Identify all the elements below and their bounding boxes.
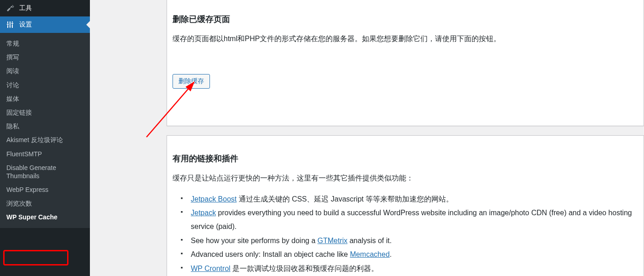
menu-item-tools[interactable]: 工具	[0, 0, 90, 16]
list-item: See how your site performs by doing a GT…	[191, 234, 638, 248]
list-item: Advanced users only: Install an object c…	[191, 248, 638, 261]
menu-item-label: 工具	[19, 4, 32, 12]
submenu-item-discussion[interactable]: 讨论	[0, 78, 90, 92]
list-item: Jetpack provides everything you need to …	[191, 206, 638, 234]
card-delete-cache: 删除已缓存页面 缓存的页面都以html和PHP文件的形式存储在您的服务器。如果您…	[167, 0, 644, 126]
submenu-item-writing[interactable]: 撰写	[0, 50, 90, 64]
menu-item-label: 设置	[19, 21, 32, 29]
submenu-item-general[interactable]: 常规	[0, 37, 90, 50]
list-item-text: .	[390, 250, 392, 258]
settings-submenu: 常规 撰写 阅读 讨论 媒体 固定链接 隐私 Akismet 反垃圾评论 Flu…	[0, 33, 90, 228]
section-desc-useful-links: 缓存只是让站点运行更快的一种方法，这里有一些其它插件提供类似功能：	[173, 172, 638, 184]
list-item: Jetpack Boost 通过生成关键的 CSS、延迟 Javascript …	[191, 192, 638, 206]
section-title-delete-cache: 删除已缓存页面	[173, 14, 638, 25]
link-jetpack-boost[interactable]: Jetpack Boost	[191, 195, 237, 203]
submenu-item-pageviews[interactable]: 浏览次数	[0, 196, 90, 210]
link-wp-crontrol[interactable]: WP Crontrol	[191, 265, 230, 272]
submenu-item-media[interactable]: 媒体	[0, 92, 90, 106]
submenu-item-reading[interactable]: 阅读	[0, 64, 90, 78]
list-item-text: 是一款调试垃圾回收器和预缓存问题的利器。	[230, 265, 378, 272]
card-useful-links: 有用的链接和插件 缓存只是让站点运行更快的一种方法，这里有一些其它插件提供类似功…	[167, 135, 644, 276]
link-gtmetrix[interactable]: GTMetrix	[317, 237, 347, 244]
submenu-item-fluentsmtp[interactable]: FluentSMTP	[0, 147, 90, 161]
submenu-item-disable-thumbnails[interactable]: Disable Generate Thumbnails	[0, 161, 90, 183]
delete-cache-button[interactable]: 删除缓存	[173, 74, 210, 89]
list-item-text: See how your site performs by doing a	[191, 237, 317, 244]
menu-item-settings[interactable]: 设置	[0, 16, 90, 33]
list-item-text: 通过生成关键的 CSS、延迟 Javascript 等等来帮助加速您的网站。	[237, 195, 454, 203]
list-item-text: provides everything you need to build a …	[191, 209, 632, 230]
sliders-icon	[5, 20, 15, 29]
submenu-item-permalinks[interactable]: 固定链接	[0, 106, 90, 119]
list-item: WP Crontrol 是一款调试垃圾回收器和预缓存问题的利器。	[191, 262, 638, 276]
list-item-text: analysis of it.	[347, 237, 392, 244]
submenu-item-wp-super-cache[interactable]: WP Super Cache	[0, 210, 90, 224]
link-memcached[interactable]: Memcached	[350, 250, 390, 258]
admin-sidebar: 工具 设置 常规 撰写 阅读 讨论 媒体 固定链接 隐私 Akismet 反垃圾…	[0, 0, 90, 276]
list-item-text: Advanced users only: Install an object c…	[191, 250, 350, 258]
submenu-item-webp-express[interactable]: WebP Express	[0, 183, 90, 196]
link-jetpack[interactable]: Jetpack	[191, 209, 216, 217]
section-title-useful-links: 有用的链接和插件	[173, 153, 638, 164]
section-desc-delete-cache: 缓存的页面都以html和PHP文件的形式存储在您的服务器。如果您想要删除它们，请…	[173, 33, 638, 45]
content-area: 删除已缓存页面 缓存的页面都以html和PHP文件的形式存储在您的服务器。如果您…	[90, 0, 644, 276]
submenu-item-privacy[interactable]: 隐私	[0, 119, 90, 133]
useful-links-list: Jetpack Boost 通过生成关键的 CSS、延迟 Javascript …	[173, 192, 638, 276]
wrench-icon	[5, 4, 15, 13]
submenu-item-akismet[interactable]: Akismet 反垃圾评论	[0, 133, 90, 147]
